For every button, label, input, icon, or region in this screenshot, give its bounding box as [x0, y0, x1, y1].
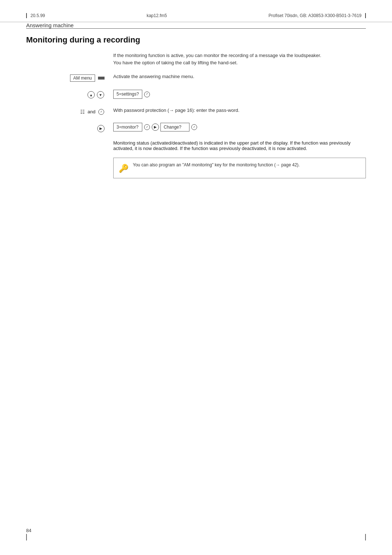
step3-right: With password protection (→ page 16): en…: [113, 107, 366, 118]
header-product: Profiset 70isdn, GB: A30853-X300-B501-3-…: [269, 13, 362, 18]
step-monitor: ▶ 3=monitor? ✓ ▶ Change? ✓: [26, 123, 366, 136]
play-btn: ▶: [97, 125, 105, 132]
intro-text: If the monitoring function is active, yo…: [26, 52, 366, 66]
key-icon: 🔑: [119, 162, 128, 174]
grid-icon: ☷: [80, 109, 85, 115]
am-menu-label: AM menu: [70, 74, 95, 82]
monitoring-text: Monitoring status (activated/deactivated…: [113, 140, 351, 151]
bottom-left-bar: [26, 534, 27, 540]
ok-circle-btn: ✓: [144, 92, 150, 97]
step-am-menu: AM menu Activate the answering machine m…: [26, 73, 366, 85]
down-circle-btn: ▼: [97, 91, 104, 98]
info-box-text: You can also program an "AM monitoring" …: [133, 162, 300, 168]
main-content: Monitoring during a recording If the mon…: [0, 29, 392, 178]
step4-left: ▶: [26, 123, 113, 136]
step1-text: Activate the answering machine menu.: [113, 74, 194, 79]
chapter-heading: Monitoring during a recording: [26, 29, 366, 52]
info-box: 🔑 You can also program an "AM monitoring…: [113, 158, 366, 178]
step2-left: ▲ ▼: [26, 90, 113, 102]
header-right-bar: [365, 13, 366, 18]
am-menu-bar: [98, 77, 105, 80]
step1-left: AM menu: [26, 73, 113, 85]
bottom-right-bar: [365, 534, 366, 540]
step3-left: ☷ and ✓: [26, 107, 113, 118]
step4-right: 3=monitor? ✓ ▶ Change? ✓: [113, 123, 366, 136]
header-left: 20.5.99: [26, 13, 45, 18]
step2-right: 5=settings? ✓: [113, 90, 366, 102]
step4-display-row: 3=monitor? ✓ ▶ Change? ✓: [113, 123, 366, 132]
section-title: Answering machine: [0, 22, 392, 28]
page: 20.5.99 kap12.fm5 Profiset 70isdn, GB: A…: [0, 0, 392, 555]
step1-right: Activate the answering machine menu.: [113, 73, 366, 85]
header-left-bar: [26, 13, 27, 18]
play-btn-2: ▶: [152, 123, 159, 131]
step2-display-row: 5=settings? ✓: [113, 90, 366, 99]
header-file: kap12.fm5: [147, 13, 167, 18]
up-circle-btn: ▲: [87, 91, 95, 98]
step-settings: ▲ ▼ 5=settings? ✓: [26, 90, 366, 102]
header-date: 20.5.99: [30, 13, 45, 18]
ok-circle-4: ✓: [191, 124, 197, 130]
monitor-display: 3=monitor?: [113, 123, 142, 132]
ok-circle-3: ✓: [144, 124, 150, 130]
step-password: ☷ and ✓ With password protection (→ page…: [26, 107, 366, 118]
settings-display: 5=settings?: [113, 90, 142, 99]
monitoring-info: Monitoring status (activated/deactivated…: [26, 140, 366, 151]
and-text: and: [87, 109, 95, 114]
step3-text: With password protection (→ page 16): en…: [113, 108, 240, 113]
page-number: 84: [26, 528, 31, 533]
info-box-wrapper: 🔑 You can also program an "AM monitoring…: [26, 158, 366, 178]
change-display: Change?: [160, 123, 189, 132]
header: 20.5.99 kap12.fm5 Profiset 70isdn, GB: A…: [0, 0, 392, 22]
header-right: Profiset 70isdn, GB: A30853-X300-B501-3-…: [269, 13, 366, 18]
ok-btn-2: ✓: [98, 109, 104, 115]
